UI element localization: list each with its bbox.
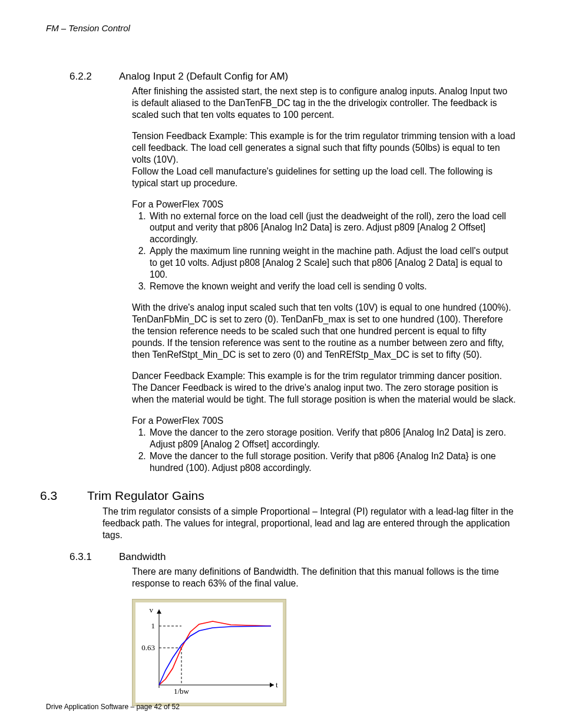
paragraph: Dancer Feedback Example: This example is… bbox=[132, 370, 516, 406]
list-item: Apply the maximum line running weight in… bbox=[148, 245, 516, 281]
ordered-list: Move the dancer to the zero storage posi… bbox=[132, 427, 516, 474]
paragraph: Tension Feedback Example: This example i… bbox=[132, 130, 516, 166]
page-footer: Drive Application Software – page 42 of … bbox=[46, 703, 180, 711]
bandwidth-figure: v t 1 0.63 1/bw bbox=[132, 599, 286, 706]
running-header: FM – Tension Control bbox=[46, 22, 516, 34]
paragraph: For a PowerFlex 700S bbox=[132, 199, 516, 210]
heading-number: 6.3.1 bbox=[94, 551, 119, 564]
heading-6-3-1: 6.3.1Bandwidth bbox=[46, 551, 516, 564]
heading-number: 6.3 bbox=[64, 488, 87, 504]
bandwidth-chart: v t 1 0.63 1/bw bbox=[135, 602, 283, 703]
paragraph: Follow the Load cell manufacture's guide… bbox=[132, 166, 516, 189]
paragraph: With the drive's analog input scaled suc… bbox=[132, 302, 516, 361]
paragraph: After finishing the assisted start, the … bbox=[132, 85, 516, 121]
paragraph: There are many definitions of Bandwidth.… bbox=[132, 566, 516, 589]
list-item: Remove the known weight and verify the l… bbox=[148, 281, 516, 292]
tick-1: 1 bbox=[151, 621, 156, 630]
axis-label-y: v bbox=[150, 605, 154, 614]
list-item: Move the dancer to the full storage posi… bbox=[148, 450, 516, 474]
svg-marker-2 bbox=[270, 683, 274, 687]
tick-063: 0.63 bbox=[141, 643, 155, 652]
heading-number: 6.2.2 bbox=[94, 70, 119, 83]
ordered-list: With no external force on the load cell … bbox=[132, 210, 516, 293]
heading-title: Bandwidth bbox=[119, 551, 166, 562]
heading-6-3: 6.3Trim Regulator Gains bbox=[46, 488, 516, 504]
heading-title: Analog Input 2 (Default Config for AM) bbox=[119, 71, 288, 82]
heading-title: Trim Regulator Gains bbox=[87, 489, 204, 502]
paragraph: The trim regulator consists of a simple … bbox=[103, 506, 516, 541]
heading-6-2-2: 6.2.2Analog Input 2 (Default Config for … bbox=[46, 70, 516, 83]
list-item: With no external force on the load cell … bbox=[148, 210, 516, 246]
axis-label-x: t bbox=[276, 680, 278, 689]
list-item: Move the dancer to the zero storage posi… bbox=[148, 427, 516, 450]
tick-1bw: 1/bw bbox=[174, 687, 190, 696]
paragraph: For a PowerFlex 700S bbox=[132, 415, 516, 427]
svg-marker-3 bbox=[157, 610, 161, 614]
